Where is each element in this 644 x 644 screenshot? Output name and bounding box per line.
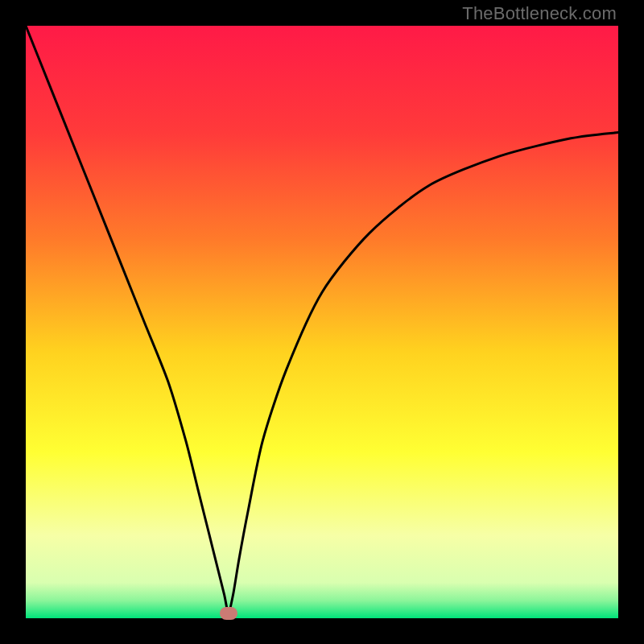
chart-frame: TheBottleneck.com	[0, 0, 644, 644]
plot-area	[26, 26, 618, 618]
watermark-text: TheBottleneck.com	[462, 3, 617, 24]
background-gradient	[26, 26, 618, 618]
bottleneck-marker	[220, 607, 237, 620]
svg-rect-0	[26, 26, 618, 618]
